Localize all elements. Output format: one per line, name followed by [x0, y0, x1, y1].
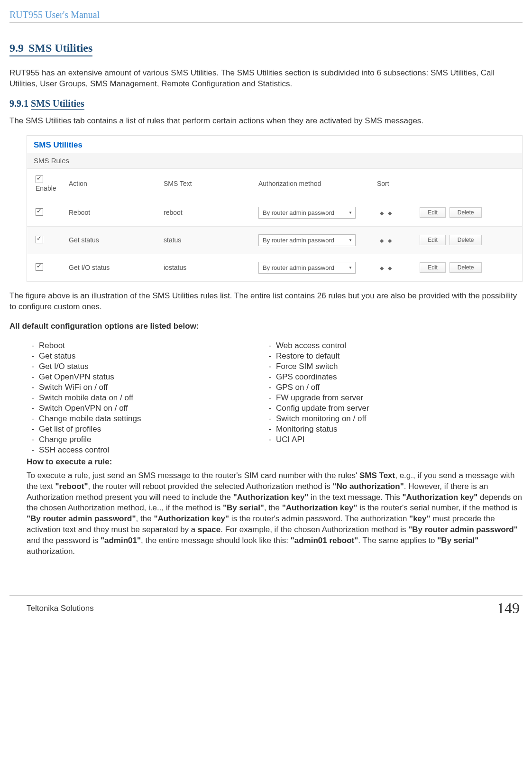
list-item: Restore to default	[264, 351, 501, 361]
sms-rules-table: Enable Action SMS Text Authorization met…	[27, 169, 522, 282]
list-item: UCI API	[264, 434, 501, 445]
auth-select[interactable]: By router admin password	[258, 262, 356, 274]
list-item: Reboot	[27, 341, 264, 351]
list-item: GPS on / off	[264, 382, 501, 393]
list-item: Monitoring status	[264, 424, 501, 434]
edit-button[interactable]: Edit	[420, 235, 446, 245]
col-auth: Authorization method	[254, 169, 372, 199]
col-sms-text: SMS Text	[159, 169, 254, 199]
doc-header: RUT955 User's Manual	[9, 9, 523, 23]
table-row: Get status status By router admin passwo…	[27, 226, 522, 254]
options-list-left: Reboot Get status Get I/O status Get Ope…	[27, 341, 264, 455]
auth-select[interactable]: By router admin password	[258, 234, 356, 246]
col-action: Action	[64, 169, 159, 199]
row-sms-text: status	[159, 226, 254, 254]
options-heading: All default configuration options are li…	[9, 321, 523, 332]
section-number: 9.9	[9, 42, 24, 54]
delete-button[interactable]: Delete	[449, 235, 482, 245]
list-item: Get I/O status	[27, 361, 264, 372]
row-checkbox[interactable]	[36, 236, 43, 243]
row-action: Reboot	[64, 199, 159, 226]
subsection-title: SMS Utilities	[31, 98, 84, 110]
list-item: SSH access control	[27, 445, 264, 455]
section-intro: RUT955 has an extensive amount of variou…	[9, 68, 523, 90]
row-action: Get status	[64, 226, 159, 254]
list-item: Switch OpenVPN on / off	[27, 403, 264, 414]
list-item: Web access control	[264, 341, 501, 351]
section-heading: 9.9SMS Utilities	[9, 42, 92, 56]
list-item: Get list of profiles	[27, 424, 264, 434]
edit-button[interactable]: Edit	[420, 262, 446, 273]
list-item: Get OpenVPN status	[27, 372, 264, 382]
execute-paragraph: To execute a rule, just send an SMS mess…	[9, 470, 523, 558]
sms-title: SMS Utilities	[27, 136, 522, 153]
row-checkbox[interactable]	[36, 208, 43, 216]
list-item: Switch monitoring on / off	[264, 414, 501, 424]
list-item: Force SIM switch	[264, 361, 501, 372]
edit-button[interactable]: Edit	[420, 207, 446, 218]
subsection-number: 9.9.1	[9, 98, 28, 109]
section-title: SMS Utilities	[28, 42, 92, 54]
sms-utilities-screenshot: SMS Utilities SMS Rules Enable Action SM…	[27, 135, 523, 282]
options-columns: Reboot Get status Get I/O status Get Ope…	[27, 341, 523, 455]
table-row: Reboot reboot By router admin password ◆…	[27, 199, 522, 226]
row-action: Get I/O status	[64, 254, 159, 281]
delete-button[interactable]: Delete	[449, 262, 482, 273]
row-sms-text: iostatus	[159, 254, 254, 281]
row-checkbox[interactable]	[36, 263, 43, 271]
col-sort: Sort	[372, 169, 414, 199]
delete-button[interactable]: Delete	[449, 207, 482, 218]
list-item: Get status	[27, 351, 264, 361]
list-item: Config update from server	[264, 403, 501, 414]
page-footer: Teltonika Solutions 149	[9, 595, 523, 617]
sort-arrows-icon[interactable]: ◆ ◆	[377, 238, 396, 243]
options-list-right: Web access control Restore to default Fo…	[264, 341, 501, 445]
list-item: FW upgrade from server	[264, 393, 501, 403]
subsection-heading: 9.9.1 SMS Utilities	[9, 98, 523, 109]
sort-arrows-icon[interactable]: ◆ ◆	[377, 210, 396, 216]
sort-arrows-icon[interactable]: ◆ ◆	[377, 265, 396, 271]
table-row: Get I/O status iostatus By router admin …	[27, 254, 522, 281]
list-item: Change mobile data settings	[27, 414, 264, 424]
list-item: Change profile	[27, 434, 264, 445]
page-number: 149	[497, 600, 520, 617]
enable-all-checkbox[interactable]	[36, 175, 43, 183]
subsection-intro: The SMS Utilities tab contains a list of…	[9, 116, 523, 127]
row-sms-text: reboot	[159, 199, 254, 226]
sms-rules-subtitle: SMS Rules	[27, 153, 522, 169]
footer-left: Teltonika Solutions	[27, 604, 94, 613]
list-item: GPS coordinates	[264, 372, 501, 382]
auth-select[interactable]: By router admin password	[258, 207, 356, 219]
execute-heading: How to execute a rule:	[27, 457, 523, 467]
col-enable: Enable	[36, 184, 56, 192]
list-item: Switch WiFi on / off	[27, 382, 264, 393]
list-item: Switch mobile data on / off	[27, 393, 264, 403]
after-figure-text: The figure above is an illustration of t…	[9, 291, 523, 313]
